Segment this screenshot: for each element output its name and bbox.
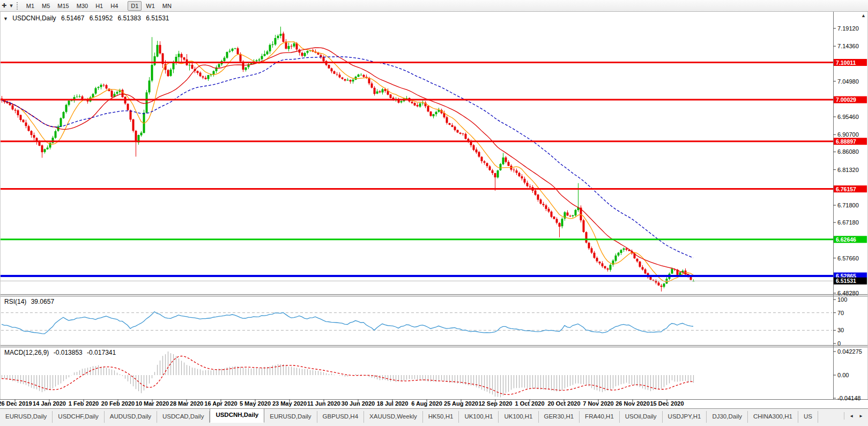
candle-body — [68, 101, 70, 105]
chart-tab-usdchf-daily[interactable]: USDCHF,Daily — [53, 411, 104, 423]
candle-body — [167, 70, 169, 76]
price-axis-label: 7.19120 — [837, 25, 859, 32]
candle-body — [459, 133, 462, 134]
timeframe-button-m15[interactable]: M15 — [54, 1, 72, 11]
candle-body — [642, 267, 644, 270]
candle-body — [658, 282, 660, 285]
candle-body — [95, 88, 97, 94]
timeframe-button-d1[interactable]: D1 — [128, 1, 142, 11]
chart-shift-marker-icon[interactable]: ▲ — [861, 13, 866, 18]
candle-body — [240, 54, 242, 62]
candle-body — [304, 53, 306, 56]
candle-body — [55, 131, 57, 138]
candle-body — [379, 91, 381, 92]
candle-body — [277, 36, 279, 38]
candle-body — [280, 34, 282, 36]
candle-body — [529, 186, 531, 187]
candle-body — [202, 77, 204, 78]
candle-body — [205, 78, 207, 79]
candle-body — [610, 265, 612, 270]
candle-body — [47, 148, 49, 150]
candle-body — [508, 162, 510, 166]
price-badge-label: 7.10011 — [836, 59, 856, 66]
candle-body — [130, 110, 132, 119]
price-badge-label: 6.88897 — [836, 138, 856, 145]
candle-body — [81, 96, 84, 99]
chart-header: ▼ USDCNH,Daily 6.51467 6.51952 6.51383 6… — [3, 14, 173, 22]
price-axis-label: 6.57660 — [837, 255, 859, 261]
candle-body — [502, 158, 505, 165]
candle-body — [146, 92, 148, 113]
candle-body — [17, 110, 19, 115]
candle-body — [25, 123, 27, 126]
chart-tab-eurusd-daily[interactable]: EURUSD,Daily — [0, 411, 53, 423]
chart-tab-us[interactable]: US — [798, 411, 818, 423]
timeframe-button-mn[interactable]: MN — [159, 1, 175, 11]
chart-tab-usoil-daily[interactable]: USOil,Daily — [620, 411, 663, 423]
candle-body — [307, 51, 309, 53]
candle-body — [623, 249, 625, 250]
candle-body — [358, 74, 360, 77]
chart-tab-uk100-h1[interactable]: UK100,H1 — [459, 411, 499, 423]
chart-tab-china300-h1[interactable]: CHINA300,H1 — [748, 411, 798, 423]
macd-axis-label: 0.042275 — [837, 348, 862, 355]
candle-body — [417, 105, 419, 106]
timeframe-button-h4[interactable]: H4 — [107, 1, 121, 11]
candle-body — [591, 248, 593, 252]
candle-body — [288, 46, 290, 49]
candle-body — [494, 173, 496, 177]
timeframe-button-m5[interactable]: M5 — [39, 1, 53, 11]
candle-body — [28, 126, 30, 131]
chart-tab-fra40-h1[interactable]: FRA40,H1 — [580, 411, 620, 423]
chart-tab-dj30-daily[interactable]: DJ30,Daily — [707, 411, 748, 423]
chart-tab-eurusd-daily[interactable]: EURUSD,Daily — [264, 411, 317, 423]
timeframe-button-m30[interactable]: M30 — [73, 1, 91, 11]
chart-tab-xauusd-weekly[interactable]: XAUUSD,Weekly — [364, 411, 423, 423]
candle-body — [607, 268, 609, 270]
candle-body — [154, 56, 156, 65]
chart-tab-audusd-daily[interactable]: AUDUSD,Daily — [105, 411, 157, 423]
timeframe-button-h1[interactable]: H1 — [92, 1, 106, 11]
rsi-axis-label: 0 — [837, 340, 841, 347]
candle-body — [505, 158, 507, 162]
candle-body — [170, 70, 172, 76]
candle-body — [23, 119, 25, 122]
candle-body — [457, 130, 459, 133]
candle-body — [559, 223, 561, 227]
candle-body — [636, 259, 639, 261]
quote-open: 6.51467 — [61, 14, 84, 22]
chart-tab-gbpusd-h4[interactable]: GBPUSD,H4 — [317, 411, 364, 423]
tab-scroll-left-icon[interactable]: ◄ — [847, 412, 856, 420]
cursor-tool-icon[interactable]: ✚ — [0, 2, 8, 9]
candle-body — [347, 80, 349, 80]
candle-body — [232, 49, 234, 51]
candle-body — [350, 80, 352, 81]
candle-body — [449, 123, 451, 125]
chart-tab-hk50-h1[interactable]: HK50,H1 — [423, 411, 459, 423]
candle-body — [615, 256, 617, 261]
candle-body — [272, 44, 274, 45]
timeframe-button-m1[interactable]: M1 — [23, 1, 38, 11]
chart-tab-usdjpy-h1[interactable]: USDJPY,H1 — [663, 411, 707, 423]
candle-body — [224, 58, 226, 61]
candle-body — [526, 183, 529, 186]
chart-menu-icon[interactable]: ▼ — [3, 16, 8, 21]
candle-body — [374, 88, 376, 94]
tab-scroll-right-icon[interactable]: ► — [856, 412, 866, 420]
candle-body — [41, 145, 43, 152]
candle-body — [371, 84, 373, 88]
candle-body — [690, 277, 692, 280]
chevron-down-icon[interactable]: ▾ — [8, 2, 14, 9]
chart-tab-uk100-h1[interactable]: UK100,H1 — [499, 411, 538, 423]
candle-body — [132, 119, 135, 131]
candle-body — [328, 65, 330, 69]
price-axis-label: 6.71800 — [837, 202, 859, 208]
candle-body — [500, 164, 502, 170]
timeframe-button-w1[interactable]: W1 — [143, 1, 158, 11]
toolbar-grip-handle[interactable] — [17, 2, 19, 10]
candle-body — [492, 170, 494, 173]
rsi-indicator-label: RSI(14) 39.0657 — [4, 298, 57, 305]
chart-tab-usdcad-daily[interactable]: USDCAD,Daily — [157, 411, 210, 423]
chart-tab-ger30-h1[interactable]: GER30,H1 — [539, 411, 580, 423]
chart-tab-usdcnh-daily[interactable]: USDCNH,Daily — [210, 409, 264, 423]
